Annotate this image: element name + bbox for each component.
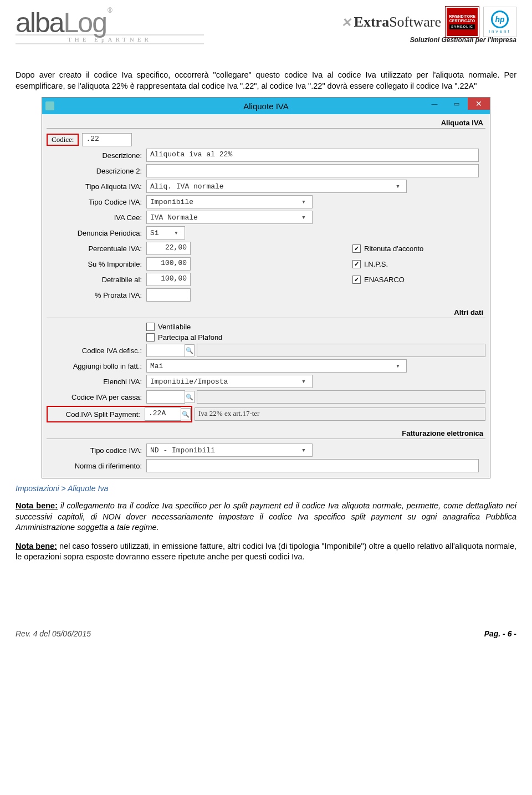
soluzioni-tagline: Soluzioni Gestionali per l'Impresa (410, 36, 516, 44)
tipo-codice-select[interactable]: Imponibile▾ (146, 195, 313, 208)
tipo-aliquota-label: Tipo Aliquota IVA: (47, 182, 146, 191)
plafond-checkbox[interactable] (146, 333, 155, 342)
tipo-codice-fe-label: Tipo codice IVA: (47, 446, 146, 455)
codice-highlight: Codice: (47, 134, 79, 146)
descrizione2-label: Descrizione 2: (47, 167, 146, 175)
split-payment-label: Cod.IVA Split Payment: (48, 410, 145, 419)
chevron-down-icon: ▾ (393, 361, 403, 371)
codice-label: Codice: (48, 135, 77, 144)
section-fattel: Fatturazione elettronica (47, 428, 485, 439)
section-altri-dati: Altri dati (47, 307, 485, 318)
lookup-icon[interactable]: 🔍 (185, 344, 195, 356)
ventilabile-checkbox[interactable] (146, 323, 155, 331)
albalog-logo: albaLog® THE EpARTNER (16, 7, 226, 62)
elenchi-label: Elenchi IVA: (47, 378, 146, 386)
descrizione2-input[interactable] (146, 164, 479, 177)
tipo-aliquota-select[interactable]: Aliq. IVA normale▾ (146, 180, 407, 193)
revision-text: Rev. 4 del 05/06/2015 (16, 629, 91, 638)
screenshot-caption: Impostazioni > Aliquote Iva (16, 484, 516, 493)
plafond-label: Partecipa al Plafond (158, 333, 222, 342)
section-aliquota-iva: Aliquota IVA (47, 118, 485, 129)
iva-cassa-label: Codice IVA per cassa: (47, 393, 146, 401)
chevron-down-icon: ▾ (299, 212, 309, 222)
intro-paragraph: Dopo aver creato il codice Iva specifico… (16, 70, 516, 91)
prorata-input[interactable] (146, 288, 191, 302)
maximize-button[interactable]: ▭ (446, 98, 468, 110)
percentuale-iva-input[interactable]: 22,00 (146, 242, 191, 255)
inps-checkbox[interactable] (352, 260, 361, 268)
page-number: Pag. - 6 - (484, 629, 516, 638)
document-header: albaLog® THE EpARTNER ✕ExtraSoftware RIV… (16, 7, 516, 68)
dialog-titlebar: Aliquote IVA — ▭ ✕ (42, 98, 490, 114)
split-payment-desc: Iva 22% ex art.17-ter (195, 407, 485, 421)
lookup-icon[interactable]: 🔍 (181, 408, 191, 420)
close-button[interactable]: ✕ (468, 98, 490, 110)
codice-defisc-desc (197, 344, 485, 357)
chevron-down-icon: ▾ (171, 228, 181, 238)
percentuale-iva-label: Percentuale IVA: (47, 244, 146, 253)
chevron-down-icon: ▾ (299, 376, 309, 386)
partner-logos: ✕ExtraSoftware RIVENDITORE CERTIFICATO S… (256, 7, 516, 47)
detraibile-input[interactable]: 100,00 (146, 273, 191, 286)
dialog-title: Aliquote IVA (42, 101, 490, 111)
norma-input[interactable] (146, 459, 479, 472)
enasarco-label: ENASARCO (364, 276, 405, 284)
rivenditore-badge: RIVENDITORE CERTIFICATO SYMBOLIC (446, 7, 479, 37)
chevron-down-icon: ▾ (393, 181, 403, 191)
ritenuta-checkbox[interactable] (352, 244, 361, 253)
norma-label: Norma di riferimento: (47, 462, 146, 470)
iva-cassa-input[interactable] (146, 390, 185, 404)
bollo-select[interactable]: Mai▾ (146, 359, 407, 373)
iva-cassa-desc (197, 390, 485, 404)
lookup-icon[interactable]: 🔍 (185, 391, 195, 403)
denuncia-periodica-label: Denuncia Periodica: (47, 229, 146, 237)
hp-logo: hp invent (483, 7, 516, 37)
ritenuta-label: Ritenuta d'acconto (364, 244, 423, 253)
aliquote-iva-dialog: Aliquote IVA — ▭ ✕ Aliquota IVA Codice: … (42, 97, 490, 478)
codice-defisc-label: Codice IVA defisc.: (47, 346, 146, 355)
tipo-codice-fe-select[interactable]: ND - Imponibili▾ (146, 444, 313, 457)
codice-input[interactable]: .22 (82, 133, 132, 146)
chevron-down-icon: ▾ (299, 445, 309, 455)
nota-bene-2: Nota bene: nel caso fossero utilizzati, … (16, 541, 516, 563)
iva-cee-select[interactable]: IVA Normale▾ (146, 211, 313, 224)
chevron-down-icon: ▾ (299, 197, 309, 207)
iva-cee-label: IVA Cee: (47, 213, 146, 222)
page-footer: Rev. 4 del 05/06/2015 Pag. - 6 - (16, 629, 516, 638)
enasarco-checkbox[interactable] (352, 276, 361, 284)
split-payment-input[interactable]: .22A (145, 407, 181, 421)
su-imponibile-label: Su % Imponibile: (47, 260, 146, 268)
detraibile-label: Detraibile al: (47, 276, 146, 284)
inps-label: I.N.P.S. (364, 260, 388, 268)
descrizione-label: Descrizione: (47, 151, 146, 160)
denuncia-periodica-select[interactable]: Si▾ (146, 226, 185, 239)
split-highlight: Cod.IVA Split Payment: .22A 🔍 (47, 406, 192, 422)
descrizione-input[interactable]: Aliquota iva al 22% (146, 149, 479, 162)
bollo-label: Aggiungi bollo in fatt.: (47, 362, 146, 370)
prorata-label: % Prorata IVA: (47, 291, 146, 299)
ventilabile-label: Ventilabile (158, 323, 191, 331)
elenchi-select[interactable]: Imponibile/Imposta▾ (146, 375, 313, 388)
nota-bene-1: Nota bene: il collegamento tra il codice… (16, 501, 516, 533)
extrasoftware-logo: ✕ExtraSoftware (342, 14, 441, 30)
minimize-button[interactable]: — (423, 98, 446, 110)
tipo-codice-label: Tipo Codice IVA: (47, 198, 146, 206)
codice-defisc-input[interactable] (146, 344, 185, 357)
su-imponibile-input[interactable]: 100,00 (146, 257, 191, 271)
